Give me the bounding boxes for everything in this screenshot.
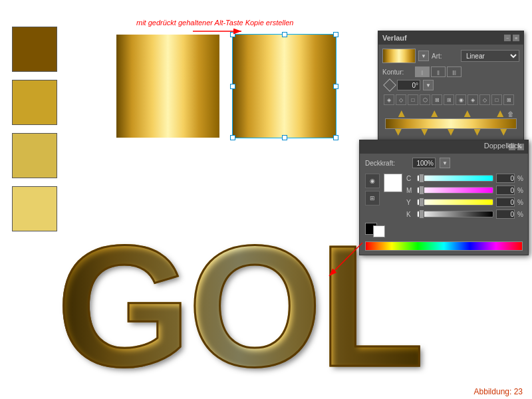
icon-11[interactable]: ⊠	[503, 94, 514, 105]
gold-rect-original[interactable]	[116, 35, 219, 138]
annotation-text: mit gedrückt gehaltener Alt-Taste Kopie …	[136, 19, 293, 27]
bw-swatches	[365, 223, 523, 237]
spectrum-bar[interactable]	[365, 241, 523, 251]
k-thumb[interactable]	[419, 209, 424, 219]
kontur-btn-1[interactable]: |	[415, 66, 430, 77]
angle-input[interactable]	[397, 80, 420, 90]
stop-bottom-2[interactable]	[421, 129, 428, 136]
c-thumb[interactable]	[419, 174, 424, 183]
panel-controls: − ≡	[504, 35, 519, 41]
y-value[interactable]	[496, 198, 515, 207]
cmyk-k-row: K %	[406, 209, 523, 219]
handle-bl[interactable]	[230, 135, 235, 140]
gradient-slider-container: 🗑	[385, 109, 517, 137]
opacity-dropdown[interactable]: ▼	[440, 158, 450, 168]
handle-tr[interactable]	[333, 32, 338, 37]
gradient-slider-track[interactable]	[385, 118, 517, 129]
stop-bottom-4[interactable]	[474, 129, 481, 136]
m-thumb[interactable]	[419, 186, 424, 195]
doppelklick-label: Doppelklick	[484, 142, 521, 150]
icon-6[interactable]: ⊞	[444, 94, 454, 105]
y-label: Y	[406, 199, 414, 206]
handle-tl[interactable]	[230, 32, 235, 37]
icon-toolbar: ◈ ◇ □ ⬡ ⊠ ⊞ ◉ ◈ ◇ □ ⊠	[382, 93, 519, 106]
handle-ml[interactable]	[230, 84, 235, 89]
y-track[interactable]	[417, 199, 493, 205]
c-track[interactable]	[417, 175, 493, 182]
slider-stops-bottom	[385, 129, 517, 137]
color-mode-spectrum[interactable]: ◉	[365, 174, 380, 188]
stop-bottom-1[interactable]	[395, 129, 402, 136]
stop-bottom-5[interactable]	[500, 129, 507, 136]
c-pct: %	[517, 175, 523, 182]
handle-br[interactable]	[333, 135, 338, 140]
swatches-column	[12, 27, 57, 231]
kontur-btn-2[interactable]: ||	[431, 66, 446, 77]
slider-stops-top	[385, 109, 517, 118]
opacity-input[interactable]	[412, 158, 436, 168]
white-swatch-bw[interactable]	[373, 225, 385, 237]
panel-collapse-btn[interactable]: −	[504, 35, 511, 41]
handle-tm[interactable]	[282, 32, 287, 37]
k-track[interactable]	[417, 211, 493, 217]
figure-caption: Abbildung: 23	[474, 387, 523, 396]
trash-icon[interactable]: 🗑	[507, 110, 514, 118]
art-dropdown[interactable]: Linear	[461, 50, 519, 62]
cmyk-m-row: M %	[406, 186, 523, 195]
handle-mr[interactable]	[333, 84, 338, 89]
m-label: M	[406, 187, 414, 194]
k-label: K	[406, 211, 414, 218]
y-pct: %	[517, 199, 523, 206]
canvas: mit gedrückt gehaltener Alt-Taste Kopie …	[0, 0, 532, 399]
opacity-label: Deckkraft:	[365, 160, 408, 167]
gold-rect-copy[interactable]	[233, 35, 336, 138]
gradient-type-row: ▼ Art: Linear	[382, 49, 519, 63]
color-panel-body: Deckkraft: ▼ ◉ ⊞ C	[360, 154, 528, 255]
m-value[interactable]	[496, 186, 515, 195]
slider-stop-1[interactable]	[398, 110, 405, 117]
kontur-row: Kontur: | || |||	[382, 66, 519, 77]
icon-1[interactable]: ◈	[384, 94, 394, 105]
color-mode-grid[interactable]: ⊞	[365, 191, 380, 205]
gradient-preview-swatch[interactable]	[382, 49, 416, 63]
icon-5[interactable]: ⊠	[432, 94, 442, 105]
handle-bm[interactable]	[282, 135, 287, 140]
gradient-options-icon[interactable]: ▼	[418, 51, 429, 61]
c-value[interactable]	[496, 174, 515, 183]
swatch-dark-gold[interactable]	[12, 27, 57, 72]
icon-2[interactable]: ◇	[396, 94, 406, 105]
k-pct: %	[517, 211, 523, 218]
m-track[interactable]	[417, 187, 493, 194]
swatch-pale-gold[interactable]	[12, 186, 57, 231]
color-swatch-white[interactable]	[384, 174, 402, 192]
slider-stop-3[interactable]	[464, 110, 471, 117]
swatch-mid-gold[interactable]	[12, 80, 57, 125]
cmyk-sliders: C % M %	[406, 174, 523, 219]
kontur-buttons: | || |||	[415, 66, 462, 77]
slider-stop-4[interactable]	[497, 110, 503, 117]
icon-9[interactable]: ◇	[479, 94, 490, 105]
icon-3[interactable]: □	[408, 94, 418, 105]
angle-row: ▼	[382, 80, 519, 90]
icon-8[interactable]: ◈	[467, 94, 478, 105]
y-thumb[interactable]	[419, 198, 424, 207]
icon-10[interactable]: □	[491, 94, 502, 105]
kontur-label: Kontur:	[382, 68, 412, 76]
verlauf-title: Verlauf	[382, 34, 407, 42]
slider-stop-2[interactable]	[431, 110, 438, 117]
icon-7[interactable]: ◉	[456, 94, 466, 105]
swatch-light-gold[interactable]	[12, 133, 57, 178]
stop-bottom-3[interactable]	[448, 129, 454, 136]
cmyk-y-row: Y %	[406, 198, 523, 207]
cmyk-c-row: C %	[406, 174, 523, 183]
opacity-row: Deckkraft: ▼	[365, 158, 523, 168]
verlauf-titlebar: Verlauf − ≡	[378, 31, 523, 45]
m-pct: %	[517, 187, 523, 194]
icon-4[interactable]: ⬡	[420, 94, 430, 105]
angle-dropdown-icon[interactable]: ▼	[423, 80, 434, 90]
kontur-btn-3[interactable]: |||	[447, 66, 462, 77]
k-value[interactable]	[496, 209, 515, 219]
panel-menu-btn[interactable]: ≡	[513, 35, 519, 41]
verlauf-body: ▼ Art: Linear Kontur: | || ||| ▼	[378, 45, 523, 142]
verlauf-panel: Verlauf − ≡ ▼ Art: Linear Kontur: |	[378, 31, 524, 143]
